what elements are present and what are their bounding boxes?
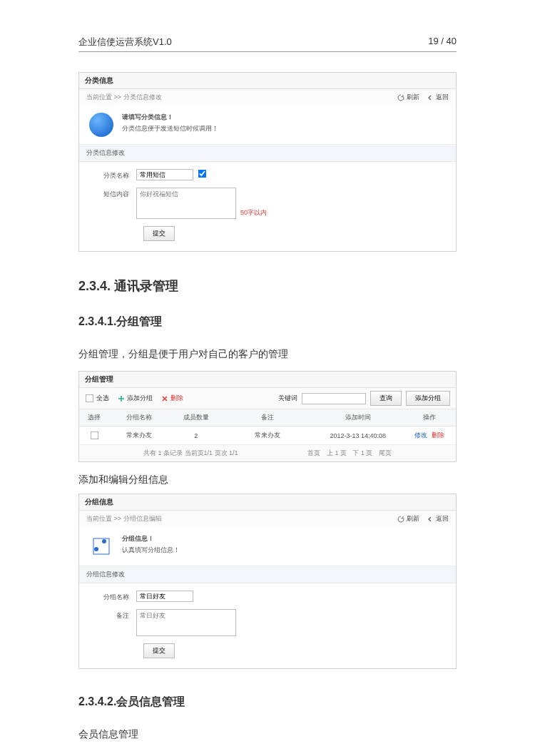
svg-rect-0 [93, 538, 109, 554]
section-bar: 分组信息修改 [79, 566, 456, 583]
keyword-input[interactable] [302, 393, 366, 404]
add-group-link[interactable]: 添加分组 [118, 394, 153, 402]
panel-title: 分组管理 [79, 372, 456, 388]
col-ops: 操作 [403, 409, 456, 426]
char-limit: 50字以内 [240, 208, 267, 219]
cell-time: 2012-3-13 14:40:08 [312, 426, 403, 445]
name-input[interactable] [136, 169, 193, 180]
remark-label: 备注 [86, 609, 136, 620]
group-table: 选择 分组名称 成员数量 备注 添加时间 操作 常来办友 2 常来办友 2012… [79, 409, 456, 445]
pagination-links: 首页 上 1 页 下 1 页 尾页 [303, 449, 392, 458]
panel-group-info: 分组信息 当前位置 >> 分组信息编辑 刷新 返回 分组信息！ 认真填写分组信息… [78, 494, 457, 669]
x-icon [161, 394, 168, 402]
keyword-label: 关键词 [278, 394, 297, 403]
sphere-icon [89, 113, 113, 137]
content-label: 短信内容 [86, 188, 136, 199]
puzzle-icon [89, 534, 113, 558]
col-remark: 备注 [223, 409, 313, 426]
pagination-summary: 共有 1 条记录 当前页1/1 页次 1/1 [143, 449, 238, 458]
search-button[interactable]: 查询 [370, 391, 402, 406]
col-count: 成员数量 [170, 409, 223, 426]
panel-title: 分类信息 [79, 73, 456, 89]
cell-count: 2 [170, 426, 223, 445]
name-label: 分组名称 [86, 591, 136, 602]
page-last[interactable]: 尾页 [379, 449, 392, 456]
heading-2341: 2.3.4.1.分组管理 [78, 315, 457, 330]
breadcrumb: 当前位置 >> 分组信息编辑 [86, 514, 162, 523]
refresh-icon [397, 93, 404, 101]
table-row: 常来办友 2 常来办友 2012-3-13 14:40:08 修改 删除 [79, 426, 456, 445]
col-select: 选择 [79, 409, 109, 426]
submit-button[interactable]: 提交 [143, 643, 175, 658]
breadcrumb: 当前位置 >> 分类信息修改 [86, 93, 162, 102]
refresh-icon [397, 515, 404, 522]
plus-icon [118, 394, 125, 402]
col-time: 添加时间 [312, 409, 403, 426]
submit-button[interactable]: 提交 [143, 226, 175, 241]
page-first[interactable]: 首页 [307, 449, 320, 456]
cell-name: 常来办友 [109, 426, 169, 445]
add-group-button[interactable]: 添加分组 [406, 391, 450, 406]
remark-textarea[interactable] [136, 609, 236, 636]
refresh-link[interactable]: 刷新 [397, 515, 419, 522]
add-edit-paragraph: 添加和编辑分组信息 [78, 474, 457, 486]
name-label: 分类名称 [86, 169, 136, 180]
page-prev[interactable]: 上 1 页 [327, 449, 347, 456]
name-checkbox[interactable] [198, 170, 207, 178]
heading-234: 2.3.4. 通讯录管理 [78, 277, 457, 295]
svg-point-2 [94, 547, 98, 551]
back-link[interactable]: 返回 [427, 515, 449, 522]
refresh-link[interactable]: 刷新 [397, 93, 419, 101]
row-checkbox[interactable] [90, 431, 98, 440]
section-bar: 分类信息修改 [79, 145, 456, 162]
doc-header: 企业信使运营系统V1.0 19 / 40 [78, 36, 457, 52]
panel-group-manage: 分组管理 全选 添加分组 删除 关键词 查询 添加分组 选择 分组名称 成员数量 [78, 371, 457, 462]
member-paragraph: 会员信息管理 [78, 728, 457, 741]
svg-point-1 [102, 539, 106, 543]
select-all-link[interactable]: 全选 [96, 394, 109, 402]
col-name: 分组名称 [109, 409, 169, 426]
doc-title: 企业信使运营系统V1.0 [78, 36, 172, 48]
edit-action[interactable]: 修改 [414, 431, 427, 439]
delete-link[interactable]: 删除 [161, 394, 183, 402]
info-title: 请填写分类信息！ [122, 113, 218, 122]
info-title: 分组信息！ [122, 534, 180, 543]
panel-title: 分组信息 [79, 494, 456, 511]
cell-remark: 常来办友 [223, 426, 313, 445]
heading-2342: 2.3.4.2.会员信息管理 [78, 695, 457, 710]
info-subtitle: 分类信息便于发送短信时候调用！ [122, 124, 218, 133]
select-all-checkbox[interactable] [86, 394, 94, 403]
back-icon [427, 93, 434, 101]
doc-page-number: 19 / 40 [428, 36, 457, 48]
delete-action[interactable]: 删除 [432, 431, 444, 439]
back-link[interactable]: 返回 [427, 93, 449, 101]
panel-category-info: 分类信息 当前位置 >> 分类信息修改 刷新 返回 请填写分类信息！ 分类信息便… [78, 72, 457, 252]
back-icon [427, 515, 434, 522]
content-textarea[interactable] [136, 188, 236, 219]
group-desc-paragraph: 分组管理，分组是便于用户对自己的客户的管理 [78, 348, 457, 361]
name-input[interactable] [136, 591, 193, 602]
info-subtitle: 认真填写分组信息！ [122, 546, 180, 555]
page-next[interactable]: 下 1 页 [352, 449, 372, 456]
